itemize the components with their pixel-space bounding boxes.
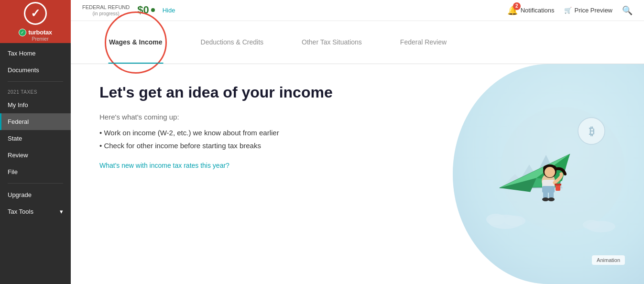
refund-label-group: FEDERAL REFUND (in progress) xyxy=(82,4,130,17)
bullet-list: Work on income (W-2, etc.) we know about… xyxy=(99,129,424,150)
bullet-item-2: Check for other income before starting t… xyxy=(99,142,424,150)
sidebar-item-tax-home[interactable]: Tax Home xyxy=(0,45,71,62)
refund-amount: $0 xyxy=(137,4,154,16)
svg-point-13 xyxy=(545,167,555,177)
sidebar-navigation: Tax Home Documents 2021 TAXES My Info Fe… xyxy=(0,43,71,284)
main-content: FEDERAL REFUND (in progress) $0 Hide 🔔 2… xyxy=(71,0,644,284)
sidebar-divider xyxy=(8,81,63,82)
tab-wages-income[interactable]: Wages & Income xyxy=(90,21,182,64)
svg-point-24 xyxy=(504,216,525,226)
turbotax-brand: ✓ turbotax xyxy=(19,29,52,36)
svg-point-23 xyxy=(486,214,505,225)
chevron-down-icon: ▾ xyxy=(60,208,63,215)
notification-icon-wrap: 🔔 2 xyxy=(507,5,518,16)
tab-navigation: Wages & Income Deductions & Credits Othe… xyxy=(71,21,644,64)
sidebar-divider-2 xyxy=(8,183,63,184)
brand-tier: Premier xyxy=(32,36,48,42)
brand-name: turbotax xyxy=(28,29,52,36)
price-preview-button[interactable]: 🛒 Price Preview xyxy=(564,7,612,14)
notifications-button[interactable]: 🔔 2 Notifications xyxy=(507,5,555,16)
price-preview-label: Price Preview xyxy=(575,7,612,14)
income-rates-link[interactable]: What's new with income tax rates this ye… xyxy=(99,162,229,169)
sidebar: ✓ ✓ turbotax Premier Tax Home Documents … xyxy=(0,0,71,284)
refund-area: FEDERAL REFUND (in progress) $0 Hide xyxy=(71,4,175,17)
svg-point-19 xyxy=(548,197,555,201)
animation-label: Animation xyxy=(592,255,625,265)
refund-progress: (in progress) xyxy=(82,11,130,17)
sidebar-item-tax-tools[interactable]: Tax Tools ▾ xyxy=(0,203,71,220)
tab-deductions-credits[interactable]: Deductions & Credits xyxy=(182,21,283,64)
sidebar-item-state[interactable]: State xyxy=(0,130,71,147)
bullet-item-1: Work on income (W-2, etc.) we know about… xyxy=(99,129,424,137)
svg-text:₿: ₿ xyxy=(589,125,594,137)
sidebar-item-upgrade[interactable]: Upgrade xyxy=(0,186,71,203)
hide-refund-button[interactable]: Hide xyxy=(163,7,175,14)
tab-federal-review[interactable]: Federal Review xyxy=(381,21,466,64)
sidebar-item-documents[interactable]: Documents xyxy=(0,62,71,78)
illustration-area: ₿ xyxy=(453,64,644,284)
brand-check-icon: ✓ xyxy=(19,29,26,36)
content-area: Let's get an idea of your income Here's … xyxy=(71,64,644,284)
sidebar-item-file[interactable]: File xyxy=(0,164,71,180)
refund-label: FEDERAL REFUND xyxy=(82,4,130,11)
sidebar-item-federal[interactable]: Federal xyxy=(0,113,71,130)
content-left: Let's get an idea of your income Here's … xyxy=(71,64,453,284)
sidebar-logo: ✓ ✓ turbotax Premier xyxy=(0,0,71,43)
search-icon[interactable]: 🔍 xyxy=(622,5,633,16)
svg-rect-21 xyxy=(555,184,561,186)
logo-checkmark: ✓ xyxy=(24,2,47,25)
svg-point-18 xyxy=(542,197,549,201)
sidebar-item-my-info[interactable]: My Info xyxy=(0,97,71,113)
income-illustration-svg: ₿ xyxy=(467,102,630,246)
header-right-area: 🔔 2 Notifications 🛒 Price Preview 🔍 xyxy=(507,5,633,16)
notification-badge: 2 xyxy=(513,2,521,10)
notifications-label: Notifications xyxy=(521,7,555,14)
sidebar-item-review[interactable]: Review xyxy=(0,147,71,164)
main-heading: Let's get an idea of your income xyxy=(99,83,424,101)
refund-dot-indicator xyxy=(151,8,155,12)
tab-other-tax[interactable]: Other Tax Situations xyxy=(283,21,381,64)
top-header: FEDERAL REFUND (in progress) $0 Hide 🔔 2… xyxy=(71,0,644,21)
svg-point-26 xyxy=(583,220,600,229)
illustration-content: ₿ xyxy=(453,64,644,284)
coming-up-text: Here's what's coming up: xyxy=(99,113,424,121)
sidebar-section-taxes: 2021 TAXES xyxy=(0,85,71,97)
cart-icon: 🛒 xyxy=(564,7,572,14)
